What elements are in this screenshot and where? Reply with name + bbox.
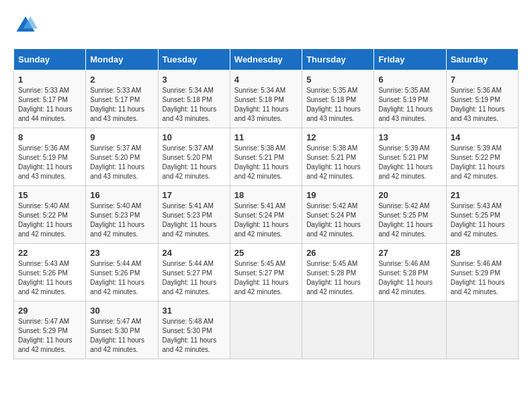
day-info: Sunrise: 5:35 AM Sunset: 5:18 PM Dayligh… <box>306 86 369 124</box>
day-number: 10 <box>163 132 226 142</box>
calendar-cell: 20 Sunrise: 5:42 AM Sunset: 5:25 PM Dayl… <box>374 186 446 244</box>
calendar-cell: 12 Sunrise: 5:38 AM Sunset: 5:21 PM Dayl… <box>302 128 374 186</box>
day-info: Sunrise: 5:40 AM Sunset: 5:22 PM Dayligh… <box>18 201 81 239</box>
day-info: Sunrise: 5:38 AM Sunset: 5:21 PM Dayligh… <box>306 144 369 181</box>
header-saturday: Saturday <box>446 49 518 71</box>
day-info: Sunrise: 5:34 AM Sunset: 5:18 PM Dayligh… <box>163 86 226 124</box>
day-number: 2 <box>90 75 153 85</box>
day-number: 1 <box>18 75 81 85</box>
day-number: 25 <box>234 248 298 258</box>
day-number: 9 <box>90 132 153 142</box>
day-number: 28 <box>451 248 514 258</box>
day-number: 18 <box>234 190 298 200</box>
calendar-cell: 15 Sunrise: 5:40 AM Sunset: 5:22 PM Dayl… <box>14 186 86 244</box>
day-number: 20 <box>378 190 441 200</box>
day-number: 11 <box>234 132 298 142</box>
day-number: 16 <box>90 190 153 200</box>
calendar-cell: 6 Sunrise: 5:35 AM Sunset: 5:19 PM Dayli… <box>374 71 446 128</box>
day-info: Sunrise: 5:48 AM Sunset: 5:30 PM Dayligh… <box>163 317 226 355</box>
day-info: Sunrise: 5:34 AM Sunset: 5:18 PM Dayligh… <box>234 86 298 124</box>
header-friday: Friday <box>374 49 446 71</box>
calendar-cell <box>302 302 374 359</box>
calendar-cell: 4 Sunrise: 5:34 AM Sunset: 5:18 PM Dayli… <box>230 71 302 128</box>
day-info: Sunrise: 5:43 AM Sunset: 5:25 PM Dayligh… <box>451 201 514 239</box>
day-info: Sunrise: 5:36 AM Sunset: 5:19 PM Dayligh… <box>18 144 81 181</box>
day-number: 17 <box>163 190 226 200</box>
calendar-cell: 25 Sunrise: 5:45 AM Sunset: 5:27 PM Dayl… <box>230 244 302 302</box>
calendar-header-row: SundayMondayTuesdayWednesdayThursdayFrid… <box>14 49 519 71</box>
calendar-cell: 14 Sunrise: 5:39 AM Sunset: 5:22 PM Dayl… <box>446 128 518 186</box>
day-info: Sunrise: 5:39 AM Sunset: 5:22 PM Dayligh… <box>451 144 514 181</box>
calendar-cell: 10 Sunrise: 5:37 AM Sunset: 5:20 PM Dayl… <box>158 128 230 186</box>
header-wednesday: Wednesday <box>230 49 302 71</box>
calendar-cell: 21 Sunrise: 5:43 AM Sunset: 5:25 PM Dayl… <box>446 186 518 244</box>
calendar-cell <box>230 302 302 359</box>
logo-icon <box>13 13 38 38</box>
calendar-cell: 8 Sunrise: 5:36 AM Sunset: 5:19 PM Dayli… <box>14 128 86 186</box>
calendar-week-4: 22 Sunrise: 5:43 AM Sunset: 5:26 PM Dayl… <box>14 244 519 302</box>
day-info: Sunrise: 5:35 AM Sunset: 5:19 PM Dayligh… <box>378 86 441 124</box>
day-number: 5 <box>306 75 369 85</box>
header-thursday: Thursday <box>302 49 374 71</box>
day-number: 8 <box>18 132 81 142</box>
day-info: Sunrise: 5:33 AM Sunset: 5:17 PM Dayligh… <box>18 86 81 124</box>
day-number: 24 <box>163 248 226 258</box>
day-info: Sunrise: 5:45 AM Sunset: 5:28 PM Dayligh… <box>306 259 369 297</box>
header-tuesday: Tuesday <box>158 49 230 71</box>
day-info: Sunrise: 5:33 AM Sunset: 5:17 PM Dayligh… <box>90 86 153 124</box>
day-info: Sunrise: 5:46 AM Sunset: 5:29 PM Dayligh… <box>451 259 514 297</box>
day-info: Sunrise: 5:39 AM Sunset: 5:21 PM Dayligh… <box>378 144 441 181</box>
calendar-cell: 1 Sunrise: 5:33 AM Sunset: 5:17 PM Dayli… <box>14 71 86 128</box>
calendar-week-5: 29 Sunrise: 5:47 AM Sunset: 5:29 PM Dayl… <box>14 302 519 359</box>
page-header <box>13 13 519 38</box>
day-info: Sunrise: 5:45 AM Sunset: 5:27 PM Dayligh… <box>234 259 298 297</box>
day-info: Sunrise: 5:42 AM Sunset: 5:24 PM Dayligh… <box>306 201 369 239</box>
day-info: Sunrise: 5:44 AM Sunset: 5:26 PM Dayligh… <box>90 259 153 297</box>
calendar-week-2: 8 Sunrise: 5:36 AM Sunset: 5:19 PM Dayli… <box>14 128 519 186</box>
calendar-cell: 26 Sunrise: 5:45 AM Sunset: 5:28 PM Dayl… <box>302 244 374 302</box>
day-number: 3 <box>163 75 226 85</box>
calendar-cell: 16 Sunrise: 5:40 AM Sunset: 5:23 PM Dayl… <box>86 186 158 244</box>
calendar-cell: 3 Sunrise: 5:34 AM Sunset: 5:18 PM Dayli… <box>158 71 230 128</box>
calendar-cell: 27 Sunrise: 5:46 AM Sunset: 5:28 PM Dayl… <box>374 244 446 302</box>
calendar-cell: 5 Sunrise: 5:35 AM Sunset: 5:18 PM Dayli… <box>302 71 374 128</box>
day-info: Sunrise: 5:41 AM Sunset: 5:23 PM Dayligh… <box>163 201 226 239</box>
calendar-cell: 9 Sunrise: 5:37 AM Sunset: 5:20 PM Dayli… <box>86 128 158 186</box>
day-info: Sunrise: 5:38 AM Sunset: 5:21 PM Dayligh… <box>234 144 298 181</box>
logo[interactable] <box>13 13 42 38</box>
day-number: 23 <box>90 248 153 258</box>
day-info: Sunrise: 5:36 AM Sunset: 5:19 PM Dayligh… <box>451 86 514 124</box>
calendar-week-1: 1 Sunrise: 5:33 AM Sunset: 5:17 PM Dayli… <box>14 71 519 128</box>
day-number: 27 <box>378 248 441 258</box>
day-info: Sunrise: 5:37 AM Sunset: 5:20 PM Dayligh… <box>163 144 226 181</box>
day-number: 6 <box>378 75 441 85</box>
calendar-cell: 24 Sunrise: 5:44 AM Sunset: 5:27 PM Dayl… <box>158 244 230 302</box>
day-info: Sunrise: 5:46 AM Sunset: 5:28 PM Dayligh… <box>378 259 441 297</box>
day-info: Sunrise: 5:41 AM Sunset: 5:24 PM Dayligh… <box>234 201 298 239</box>
day-number: 21 <box>451 190 514 200</box>
day-number: 12 <box>306 132 369 142</box>
calendar-cell: 28 Sunrise: 5:46 AM Sunset: 5:29 PM Dayl… <box>446 244 518 302</box>
calendar-cell: 2 Sunrise: 5:33 AM Sunset: 5:17 PM Dayli… <box>86 71 158 128</box>
day-number: 19 <box>306 190 369 200</box>
calendar-cell: 22 Sunrise: 5:43 AM Sunset: 5:26 PM Dayl… <box>14 244 86 302</box>
day-info: Sunrise: 5:42 AM Sunset: 5:25 PM Dayligh… <box>378 201 441 239</box>
header-monday: Monday <box>86 49 158 71</box>
day-number: 15 <box>18 190 81 200</box>
day-info: Sunrise: 5:44 AM Sunset: 5:27 PM Dayligh… <box>163 259 226 297</box>
day-number: 29 <box>18 306 81 316</box>
day-info: Sunrise: 5:40 AM Sunset: 5:23 PM Dayligh… <box>90 201 153 239</box>
header-sunday: Sunday <box>14 49 86 71</box>
day-number: 7 <box>451 75 514 85</box>
day-number: 4 <box>234 75 298 85</box>
day-number: 14 <box>451 132 514 142</box>
calendar-cell: 29 Sunrise: 5:47 AM Sunset: 5:29 PM Dayl… <box>14 302 86 359</box>
calendar-cell: 19 Sunrise: 5:42 AM Sunset: 5:24 PM Dayl… <box>302 186 374 244</box>
calendar-cell: 30 Sunrise: 5:47 AM Sunset: 5:30 PM Dayl… <box>86 302 158 359</box>
day-info: Sunrise: 5:37 AM Sunset: 5:20 PM Dayligh… <box>90 144 153 181</box>
calendar-cell: 7 Sunrise: 5:36 AM Sunset: 5:19 PM Dayli… <box>446 71 518 128</box>
day-number: 30 <box>90 306 153 316</box>
calendar-cell: 11 Sunrise: 5:38 AM Sunset: 5:21 PM Dayl… <box>230 128 302 186</box>
calendar-cell: 31 Sunrise: 5:48 AM Sunset: 5:30 PM Dayl… <box>158 302 230 359</box>
calendar-cell: 13 Sunrise: 5:39 AM Sunset: 5:21 PM Dayl… <box>374 128 446 186</box>
